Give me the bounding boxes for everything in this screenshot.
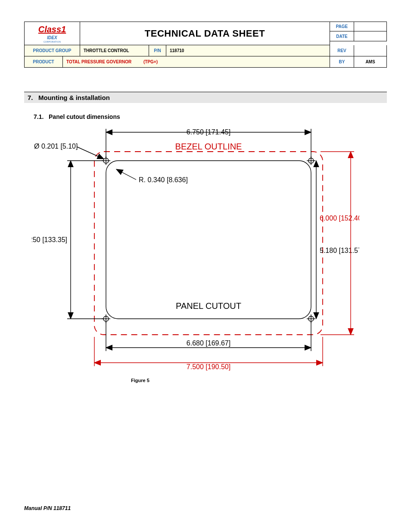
subsection-heading: 7.1. Panel cutout dimensions: [24, 113, 387, 120]
header-row-2: PRODUCT GROUP THROTTLE CONTROL P/N 11871…: [24, 45, 387, 56]
logo-line2: IDEX: [25, 35, 80, 40]
pn-value: 118710: [166, 45, 330, 56]
header-row-1: Class1 IDEX CORPORATION TECHNICAL DATA S…: [24, 22, 387, 45]
pn-label: P/N: [149, 45, 166, 56]
logo-cell: Class1 IDEX CORPORATION: [24, 22, 80, 45]
rev-label: REV: [330, 45, 354, 56]
subsection-title: Panel cutout dimensions: [49, 113, 120, 120]
hole-marks: [102, 156, 315, 323]
header-row-3: PRODUCT TOTAL PRESSURE GOVERNOR (TPG+) B…: [24, 56, 387, 68]
dim-height-holes: 5.250 [133.35]: [32, 236, 67, 243]
by-value: AMS: [354, 56, 387, 68]
date-value: [354, 31, 387, 41]
dim-cutout-width: 6.680 [169.67]: [187, 339, 230, 347]
date-label: DATE: [330, 31, 354, 41]
logo-line1: Class1: [25, 25, 80, 34]
product-group-value: THROTTLE CONTROL: [80, 45, 149, 56]
figure-caption: Figure 5: [131, 378, 387, 383]
footer-manual-pn: Manual P/N 118711: [24, 505, 71, 511]
logo-line3: CORPORATION: [25, 40, 80, 43]
bezel-label: BEZEL OUTLINE: [175, 142, 242, 151]
product-value: TOTAL PRESSURE GOVERNOR (TPG+): [63, 56, 330, 68]
dim-hole-dia: Ø 0.201 [5.10]: [34, 143, 78, 150]
section-heading: 7. Mounting & installation: [24, 92, 387, 103]
dim-bezel-height: 6.000 [152.40]: [320, 215, 359, 222]
dim-bezel-width: 7.500 [190.50]: [187, 363, 230, 370]
by-label: BY: [330, 56, 354, 68]
dim-radius: R. 0.340 [8.636]: [139, 176, 188, 184]
dim-width-holes: 6.750 [171.45]: [187, 128, 230, 136]
panel-cutout-label: PANEL CUTOUT: [176, 301, 241, 311]
page-value: [354, 22, 387, 31]
svg-line-16: [116, 169, 136, 180]
page-label: PAGE: [330, 22, 354, 31]
product-group-label: PRODUCT GROUP: [24, 45, 80, 56]
doc-title: TECHNICAL DATA SHEET: [80, 22, 330, 45]
subsection-num: 7.1.: [34, 113, 44, 120]
section-title: Mounting & installation: [38, 94, 110, 101]
section-num: 7.: [28, 94, 33, 101]
figure-5: 6.750 [171.45] BEZEL OUTLINE Ø 0.201 [5.…: [32, 128, 359, 373]
product-label: PRODUCT: [24, 56, 63, 68]
rev-value: [354, 45, 387, 56]
dim-cutout-height: 5.180 [131.57]: [320, 247, 359, 254]
panel-cutout-rect: [106, 161, 311, 319]
